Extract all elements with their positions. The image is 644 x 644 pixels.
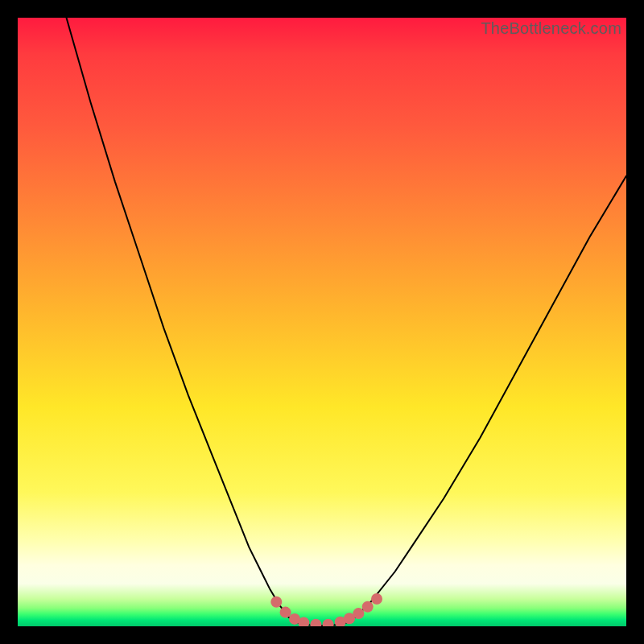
marker-dot <box>270 597 282 608</box>
chart-frame: TheBottleneck.com <box>0 0 644 644</box>
marker-dot <box>280 607 291 618</box>
marker-dot <box>323 619 334 626</box>
bottleneck-curve-path <box>67 18 627 625</box>
curve-group <box>67 18 627 625</box>
marker-group <box>270 593 382 626</box>
marker-dot <box>353 608 364 619</box>
chart-svg <box>18 18 626 626</box>
marker-dot <box>371 593 382 605</box>
marker-dot <box>362 601 374 613</box>
chart-plot-area: TheBottleneck.com <box>18 18 626 626</box>
marker-dot <box>310 619 321 626</box>
